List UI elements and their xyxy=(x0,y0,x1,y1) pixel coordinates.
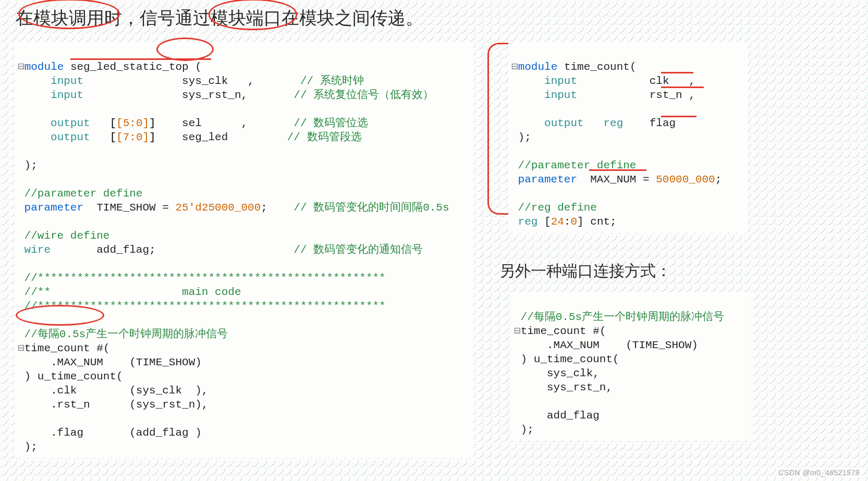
annotation-circle-title1 xyxy=(18,0,120,29)
annotation-underline-module xyxy=(70,58,211,60)
watermark: CSDN @m0_46521579 xyxy=(778,468,860,477)
annotation-circle-top-name xyxy=(156,38,214,61)
annotation-bracket xyxy=(487,43,508,215)
alt-caption: 另外一种端口连接方式： xyxy=(499,261,671,282)
annotation-underline-maxnum xyxy=(589,169,646,171)
code-block-left: ⊟module seg_led_static_top ( input sys_c… xyxy=(15,42,473,458)
code-block-right-top: ⊟module time_count( input clk , input rs… xyxy=(508,42,748,233)
annotation-underline-clk xyxy=(661,72,693,73)
kw-module: module xyxy=(25,61,64,73)
code-block-right-bottom: //每隔0.5s产生一个时钟周期的脉冲信号 ⊟time_count #( .MA… xyxy=(511,292,751,441)
annotation-underline-flag xyxy=(661,116,696,117)
annotation-underline-rstn xyxy=(661,87,704,88)
annotation-circle-instance xyxy=(16,305,104,326)
annotation-circle-title2 xyxy=(209,0,297,30)
